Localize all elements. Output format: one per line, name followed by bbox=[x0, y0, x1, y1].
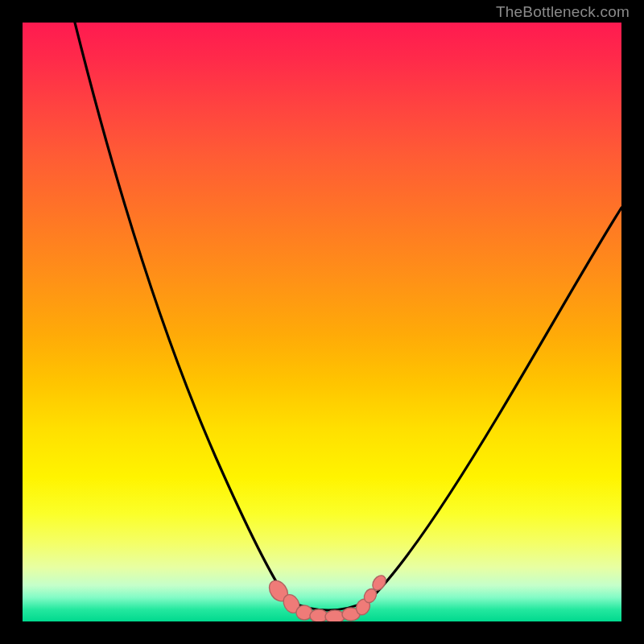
bump-icon bbox=[325, 610, 345, 621]
curve-right bbox=[369, 208, 621, 601]
watermark-text: TheBottleneck.com bbox=[496, 3, 630, 21]
plot-area bbox=[23, 23, 621, 621]
curve-left bbox=[75, 23, 288, 601]
bumps-group bbox=[266, 573, 389, 621]
chart-frame: TheBottleneck.com bbox=[0, 0, 644, 644]
curve-layer bbox=[23, 23, 621, 621]
